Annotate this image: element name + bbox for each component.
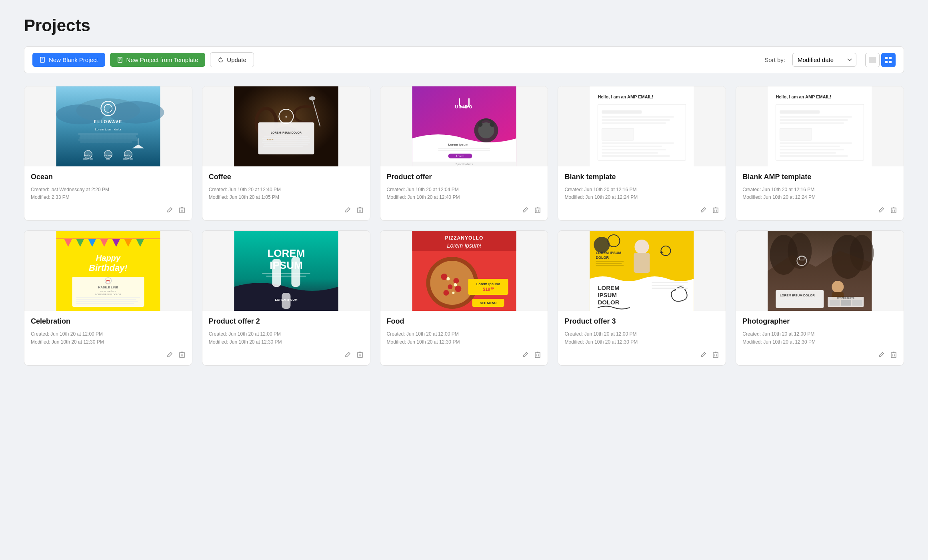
edit-icon [522,207,528,213]
card-actions [209,351,364,360]
edit-icon [522,352,528,358]
delete-button[interactable] [712,206,719,216]
edit-button[interactable] [344,351,352,360]
update-button[interactable]: Update [210,52,254,67]
edit-button[interactable] [877,206,885,216]
svg-rect-75 [438,150,490,151]
svg-rect-115 [780,155,848,157]
project-card-coffee[interactable]: ✦ ★★★ LOREM IPSUM DOLOR Coffee Created: … [202,86,370,221]
svg-rect-220 [780,298,820,299]
project-card-ocean[interactable]: ELLOWAVE Lorem ipsum dolor Nullam dictum… [24,86,192,221]
svg-point-166 [430,261,474,305]
svg-rect-14 [889,61,892,63]
card-title: Coffee [209,173,364,181]
delete-button[interactable] [890,206,897,216]
svg-text:Nullam: Nullam [84,154,92,156]
trash-icon [179,352,185,358]
svg-rect-227 [852,300,862,306]
card-body: Celebration Created: Jun 10th 20 at 12:0… [24,311,192,365]
edit-icon [878,352,884,358]
svg-point-186 [594,237,610,253]
card-thumbnail-food: PIZZANYOLLO Lorem Ipsum! Lorem Ipsum! $1… [380,231,548,311]
svg-rect-90 [602,119,670,121]
svg-rect-112 [780,146,840,147]
svg-text:Hello, I am an AMP EMAIL!: Hello, I am an AMP EMAIL! [776,94,832,99]
edit-button[interactable] [877,351,885,360]
svg-text:$19⁹⁹: $19⁹⁹ [483,287,494,292]
grid-view-button[interactable] [881,53,896,67]
sort-label: Sort by: [764,56,785,63]
edit-button[interactable] [166,206,174,216]
svg-rect-56 [263,140,309,141]
svg-rect-24 [80,136,136,136]
card-meta: Created: Jun 10th 20 at 12:00 PMModified… [209,330,364,346]
delete-button[interactable] [534,351,541,360]
card-body: Coffee Created: Jun 10th 20 at 12:40 PMM… [202,166,370,220]
card-body: Ocean Created: last Wednesday at 2:20 PM… [24,166,192,220]
edit-button[interactable] [344,206,352,216]
svg-text:LOREM IPSUM: LOREM IPSUM [596,251,622,255]
project-card-food[interactable]: PIZZANYOLLO Lorem Ipsum! Lorem Ipsum! $1… [380,230,548,365]
trash-icon [891,352,896,358]
card-thumbnail-blank-template: Hello, I am an AMP EMAIL! [558,86,726,166]
card-actions [387,206,542,216]
svg-point-216 [832,281,844,293]
card-meta: Created: Jun 10th 20 at 12:00 PMModified… [742,330,897,346]
svg-text:Happy: Happy [96,254,121,262]
card-thumbnail-celebration: Happy Birthday! ⏰ KASILE LINE some text … [24,231,192,311]
svg-text:dictum felis: dictum felis [83,158,94,160]
project-card-blank-template[interactable]: Hello, I am an AMP EMAIL! Blank template… [558,86,726,221]
svg-rect-58 [264,144,308,145]
svg-rect-97 [602,155,670,157]
svg-rect-94 [602,146,662,147]
delete-button[interactable] [356,351,364,360]
edit-button[interactable] [699,206,707,216]
project-card-product-offer-2[interactable]: LOREM IPSUM LOREM IPSUM Product offer 2 … [202,230,370,365]
new-project-from-template-button[interactable]: New Project from Template [110,53,206,67]
svg-text:LOREM: LOREM [267,247,305,259]
svg-rect-11 [885,57,888,59]
card-title: Photographer [742,317,897,326]
delete-button[interactable] [178,206,186,216]
svg-rect-25 [79,138,137,138]
svg-text:Nullam: Nullam [124,154,132,156]
project-card-product-offer[interactable]: UJIDO Lorem ipsum Lorem Specifications [380,86,548,221]
card-body: Photographer Created: Jun 10th 20 at 12:… [736,311,904,365]
svg-rect-195 [596,261,624,262]
edit-button[interactable] [521,206,529,216]
svg-text:PIZZANYOLLO: PIZZANYOLLO [445,235,483,241]
grid-view-icon [885,57,892,63]
project-card-product-offer-3[interactable]: + LOREM IPSUM DOLOR LOREM IPSUM DOLOR [558,230,726,365]
delete-button[interactable] [178,351,186,360]
svg-rect-12 [889,57,892,59]
svg-text:Hello, I am an AMP EMAIL!: Hello, I am an AMP EMAIL! [598,94,654,99]
svg-rect-108 [780,119,848,121]
svg-rect-226 [841,300,851,306]
delete-button[interactable] [712,351,719,360]
svg-rect-204 [713,353,718,358]
svg-text:✦: ✦ [284,115,288,119]
svg-text:ELLOWAVE: ELLOWAVE [94,120,122,124]
svg-rect-98 [713,208,718,213]
delete-button[interactable] [356,206,364,216]
sort-select[interactable]: Modified date Created date Name [792,53,856,67]
svg-rect-116 [891,208,896,213]
list-view-button[interactable] [865,53,880,67]
new-blank-project-button[interactable]: New Blank Project [32,53,105,67]
edit-button[interactable] [699,351,707,360]
edit-button[interactable] [166,351,174,360]
card-title: Product offer 2 [209,317,364,326]
svg-rect-196 [596,263,622,264]
project-card-blank-amp-template[interactable]: Hello, I am an AMP EMAIL! Blank AMP temp… [736,86,904,221]
svg-rect-142 [180,353,184,358]
svg-text:⏰: ⏰ [106,280,110,284]
card-body: Blank template Created: Jun 10th 20 at 1… [558,166,726,220]
project-card-photographer[interactable]: LOREM IPSUM DOLOR MY PROJECTS Photograph… [736,230,904,365]
delete-button[interactable] [534,206,541,216]
delete-button[interactable] [890,351,897,360]
edit-button[interactable] [521,351,529,360]
project-card-celebration[interactable]: Happy Birthday! ⏰ KASILE LINE some text … [24,230,192,365]
svg-rect-55 [262,138,310,139]
trash-icon [891,207,896,213]
card-body: Product offer Created: Jun 10th 20 at 12… [380,166,548,220]
